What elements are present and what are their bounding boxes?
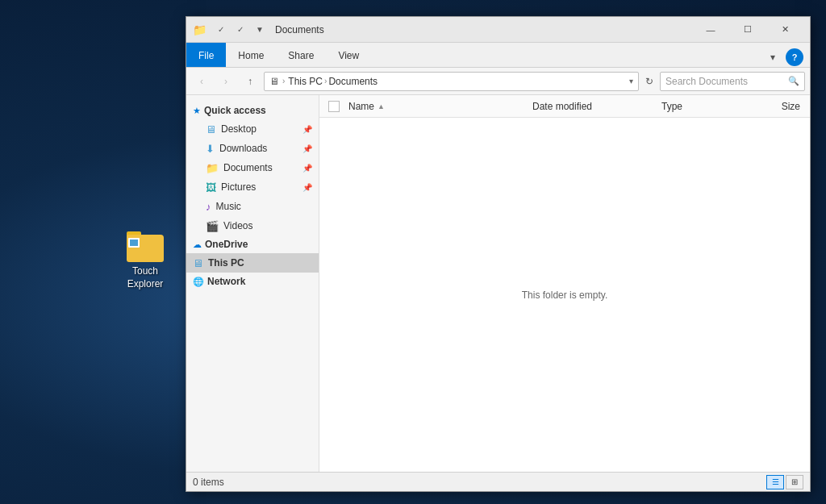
large-icons-view-button[interactable]: ⊞ bbox=[786, 475, 803, 489]
sidebar-item-pictures[interactable]: 🖼 Pictures 📌 bbox=[186, 177, 319, 197]
documents-pin-icon: 📌 bbox=[302, 164, 312, 173]
videos-label: Videos bbox=[223, 220, 252, 231]
desktop-icon-label: Touch Explorer bbox=[113, 265, 177, 290]
sidebar-section-network[interactable]: 🌐 Network bbox=[186, 273, 319, 290]
quick-access-toolbar: ✓ ✓ ▼ bbox=[212, 22, 269, 38]
breadcrumb-sep2: › bbox=[324, 77, 327, 85]
minimize-button[interactable]: — bbox=[692, 17, 729, 43]
sidebar-item-downloads[interactable]: ⬇ Downloads 📌 bbox=[186, 139, 319, 158]
breadcrumb-sep1: › bbox=[282, 77, 285, 85]
tab-share[interactable]: Share bbox=[276, 43, 326, 67]
music-label: Music bbox=[216, 201, 241, 212]
tab-file[interactable]: File bbox=[186, 43, 226, 67]
sidebar: ★ Quick access 🖥 Desktop 📌 ⬇ Downloads 📌… bbox=[186, 95, 319, 472]
sort-ascending-icon: ▲ bbox=[378, 102, 385, 110]
ribbon-collapse-button[interactable]: ▾ bbox=[763, 48, 782, 67]
pictures-sidebar-icon: 🖼 bbox=[206, 181, 216, 194]
downloads-sidebar-icon: ⬇ bbox=[206, 143, 215, 155]
close-button[interactable]: ✕ bbox=[766, 17, 803, 43]
title-bar-icons: 📁 bbox=[193, 23, 206, 36]
ribbon: File Home Share View ▾ ? bbox=[186, 43, 810, 68]
empty-folder-message: This folder is empty. bbox=[522, 289, 607, 301]
videos-sidebar-icon: 🎬 bbox=[206, 220, 219, 232]
ribbon-tab-bar: File Home Share View ▾ ? bbox=[186, 43, 810, 67]
quick-access-icon: ★ bbox=[193, 106, 201, 116]
breadcrumb-documents: Documents bbox=[328, 76, 378, 87]
breadcrumb-thispc: This PC bbox=[288, 76, 323, 87]
pictures-label: Pictures bbox=[221, 181, 256, 193]
column-type[interactable]: Type bbox=[661, 101, 742, 112]
window-folder-icon: 📁 bbox=[193, 23, 206, 36]
sidebar-section-quick-access[interactable]: ★ Quick access bbox=[186, 102, 319, 119]
column-name-label: Name bbox=[348, 101, 374, 112]
network-icon: 🌐 bbox=[193, 277, 204, 287]
desktop-pin-icon: 📌 bbox=[302, 125, 312, 134]
desktop-icon-touch-explorer[interactable]: Touch Explorer bbox=[113, 230, 177, 290]
thispc-icon: 🖥 bbox=[193, 257, 203, 269]
quick-access-label: Quick access bbox=[204, 105, 266, 116]
up-button[interactable]: ↑ bbox=[240, 71, 261, 92]
sidebar-section-onedrive[interactable]: ☁ OneDrive bbox=[186, 235, 319, 253]
tab-view[interactable]: View bbox=[326, 43, 371, 67]
forward-button[interactable]: › bbox=[215, 71, 236, 92]
search-icon: 🔍 bbox=[788, 76, 799, 86]
address-pc-icon: 🖥 bbox=[269, 76, 279, 87]
pictures-pin-icon: 📌 bbox=[302, 183, 312, 192]
downloads-label: Downloads bbox=[219, 143, 267, 154]
sidebar-item-desktop[interactable]: 🖥 Desktop 📌 bbox=[186, 119, 319, 139]
title-bar: 📁 ✓ ✓ ▼ Documents — ☐ ✕ bbox=[186, 17, 810, 43]
ribbon-expand-area: ▾ ? bbox=[757, 48, 810, 67]
thispc-label: This PC bbox=[208, 257, 244, 269]
window-controls: — ☐ ✕ bbox=[692, 17, 803, 43]
column-date-modified[interactable]: Date modified bbox=[532, 101, 661, 112]
maximize-button[interactable]: ☐ bbox=[729, 17, 766, 43]
tab-home[interactable]: Home bbox=[226, 43, 276, 67]
qat-properties-btn[interactable]: ✓ bbox=[212, 22, 230, 38]
sidebar-item-documents[interactable]: 📁 Documents 📌 bbox=[186, 158, 319, 177]
music-sidebar-icon: ♪ bbox=[206, 201, 211, 213]
qat-dropdown-btn[interactable]: ▼ bbox=[251, 22, 269, 38]
file-area: Name ▲ Date modified Type Size This fold… bbox=[319, 95, 810, 472]
address-bar[interactable]: 🖥 › This PC › Documents ▾ bbox=[264, 72, 639, 91]
qat-new-folder-btn[interactable]: ✓ bbox=[232, 22, 249, 38]
documents-label: Documents bbox=[223, 162, 273, 173]
file-list-body: This folder is empty. bbox=[319, 118, 810, 472]
view-toggle-buttons: ☰ ⊞ bbox=[766, 475, 803, 489]
breadcrumb: This PC › Documents bbox=[288, 76, 626, 87]
downloads-pin-icon: 📌 bbox=[302, 144, 312, 153]
onedrive-icon: ☁ bbox=[193, 240, 202, 250]
column-header: Name ▲ Date modified Type Size bbox=[319, 95, 810, 118]
search-placeholder: Search Documents bbox=[665, 76, 785, 87]
checkbox-box[interactable] bbox=[328, 101, 340, 112]
network-label: Network bbox=[207, 276, 245, 287]
column-name[interactable]: Name ▲ bbox=[345, 101, 532, 112]
folder-icon bbox=[126, 230, 165, 262]
search-box[interactable]: Search Documents 🔍 bbox=[660, 72, 805, 91]
back-button[interactable]: ‹ bbox=[191, 71, 212, 92]
details-view-button[interactable]: ☰ bbox=[766, 475, 784, 489]
onedrive-label: OneDrive bbox=[205, 239, 248, 250]
select-all-checkbox[interactable] bbox=[323, 101, 345, 112]
status-bar: 0 items ☰ ⊞ bbox=[186, 472, 810, 491]
sidebar-item-videos[interactable]: 🎬 Videos bbox=[186, 216, 319, 235]
documents-sidebar-icon: 📁 bbox=[206, 162, 219, 174]
window-title: Documents bbox=[275, 24, 692, 35]
desktop-sidebar-icon: 🖥 bbox=[206, 123, 216, 135]
address-dropdown-btn[interactable]: ▾ bbox=[629, 77, 633, 85]
file-explorer-window: 📁 ✓ ✓ ▼ Documents — ☐ ✕ File Home Share bbox=[186, 16, 811, 492]
main-content: ★ Quick access 🖥 Desktop 📌 ⬇ Downloads 📌… bbox=[186, 95, 810, 472]
help-button[interactable]: ? bbox=[786, 48, 803, 66]
sidebar-section-thispc[interactable]: 🖥 This PC bbox=[186, 253, 319, 273]
column-size[interactable]: Size bbox=[742, 101, 807, 112]
status-items-count: 0 items bbox=[193, 477, 766, 488]
desktop-label: Desktop bbox=[221, 123, 257, 135]
navigation-bar: ‹ › ↑ 🖥 › This PC › Documents ▾ ↻ Search… bbox=[186, 68, 810, 95]
sidebar-item-music[interactable]: ♪ Music bbox=[186, 197, 319, 216]
refresh-button[interactable]: ↻ bbox=[642, 76, 657, 87]
